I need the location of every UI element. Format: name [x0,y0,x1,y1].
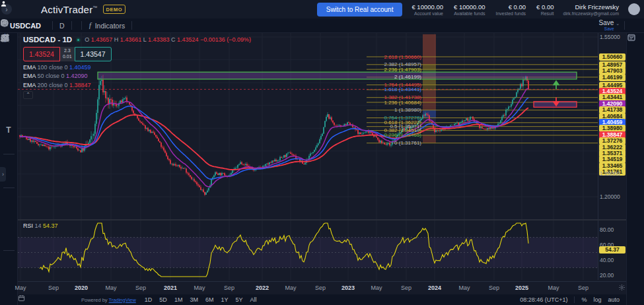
watchlist-expand-handle[interactable]: › [0,167,6,182]
chart-legend: USDCAD - 1D O 1.43657 H 1.43661 L 1.4338… [23,36,251,99]
price-axis[interactable]: 1.550001.506601.489571.479031.461991.444… [598,33,626,219]
person-icon [0,0,7,7]
indicators-button[interactable]: ƒ Indicators [87,19,127,32]
range-button-5d[interactable]: 5D [159,296,167,303]
time-axis-tick: 2024 [423,285,446,291]
time-axis-tick: Sep [218,285,240,291]
remove-drawings-icon[interactable] [1,253,16,267]
toolbar-separator [131,21,132,30]
time-axis-tick: Sep [572,285,594,291]
trend-line-icon[interactable] [1,50,16,65]
bottom-toolbar: Powered by TradingView 1D5D1M3M6M1Y5YAll… [18,294,626,305]
time-axis-tick: Sep [129,285,152,291]
switch-to-real-account-button[interactable]: Switch to Real account [317,3,403,17]
rsi-axis[interactable]: 80.0060.0040.0020.0054.37 [598,220,626,280]
fib-level-label: 1.618 (1.43441) [342,86,421,92]
range-button-5y[interactable]: 5Y [235,296,242,303]
legend-title: USDCAD - 1D [23,36,72,44]
user-info: Dirk Friczewsky dirk.friczewsky@gmail.co… [563,3,619,16]
rsi-axis-tick: 80.00 [600,226,625,233]
rsi-legend[interactable]: RSI 14 54.37 [23,222,58,229]
ema-indicator-row[interactable]: EMA 200 close 0 1.38847 [23,82,251,88]
legend-collapse-button[interactable]: ⌃ [23,91,33,99]
ema-indicator-row[interactable]: EMA 100 close 0 1.40459 [23,64,251,71]
xabcd-pattern-icon[interactable] [1,79,16,94]
range-button-3m[interactable]: 3M [190,296,198,303]
sell-button[interactable]: 1.43524 [23,47,60,61]
time-axis-tick: May [365,285,388,291]
avatar[interactable] [628,3,640,15]
indicator-rows: EMA 100 close 0 1.40459EMA 50 close 0 1.… [23,64,251,88]
user-email: dirk.friczewsky@gmail.com [563,11,619,16]
toolbar-divider [3,154,15,154]
price-level-label: 1.46199 [599,74,626,81]
price-level-label: 1.50660 [599,53,626,61]
ohlc-values: O 1.43657 H 1.43661 L 1.43383 C 1.43524 … [85,36,251,43]
forecast-icon[interactable] [1,94,16,108]
powered-by: Powered by TradingView [81,297,136,303]
rsi-axis-tick: 40.00 [600,257,625,263]
range-button-1y[interactable]: 1Y [221,296,228,303]
spread-box: 2.3 0.01 [60,47,75,61]
fib-level-label: 1.236 (1.40684) [342,100,421,106]
buy-button[interactable]: 1.43547 [75,47,112,61]
fib-level-label: 0 (1.31761) [342,140,421,146]
range-button-1m[interactable]: 1M [174,296,183,303]
stat-label: Invested funds [496,11,526,16]
time-axis-tick: 2020 [70,285,92,291]
range-button-all[interactable]: All [250,296,256,303]
save-button[interactable]: Save ⌄ Save [599,20,620,32]
account-stat: € 10000.00Available funds [454,3,485,16]
stat-label: Account value [411,11,443,16]
percent-scale-button[interactable]: % [581,296,587,303]
text-icon[interactable]: T [1,123,16,137]
range-button-6m[interactable]: 6M [205,296,214,303]
toolbar-divider [3,187,15,188]
range-buttons: 1D5D1M3M6M1Y5YAll [145,296,257,303]
quote-buttons: 1.43524 2.3 0.01 1.43547 [23,47,251,61]
auto-scale-button[interactable]: auto [608,296,620,303]
workspace: › T 2.618 (1.50660)2.382 (1.48957)2.236 … [0,33,644,305]
fib-retracement-icon[interactable] [1,65,16,79]
log-scale-button[interactable]: log [593,296,601,303]
clock[interactable]: 08:28:46 (UTC+1) [520,296,567,303]
function-icon: ƒ [89,20,92,30]
lock-icon[interactable] [1,219,16,234]
time-axis-tick: 2025 [511,285,533,291]
market-status-dot[interactable] [76,38,81,42]
fib-level-label: 1 (1.38980) [342,107,421,113]
price-pane[interactable]: 2.618 (1.50660)2.382 (1.48957)2.236 (1.4… [18,33,626,219]
shapes-icon[interactable] [1,108,16,123]
time-axis-tick: 2021 [159,285,182,291]
user-name: Dirk Friczewsky [563,3,619,11]
toolbar-separator [81,21,82,30]
range-button-1d[interactable]: 1D [145,296,153,303]
rsi-canvas[interactable] [18,220,598,280]
separator [574,296,575,303]
rsi-value-label: 54.37 [599,246,626,254]
symbol-search-button[interactable]: USDCAD [5,20,43,31]
stat-label: Result [536,11,554,16]
ema-indicator-row[interactable]: EMA 50 close 0 1.42090 [23,73,251,79]
time-axis-tick: May [188,285,211,291]
save-label: Save [599,19,614,26]
time-axis-tick: May [542,285,565,291]
drawing-mode-icon[interactable] [1,205,16,219]
save-sub-label: Save [604,27,614,32]
rsi-value: 54.37 [43,222,58,229]
time-axis-tick: Sep [309,285,332,291]
emoji-icon[interactable] [1,137,16,152]
time-axis[interactable]: MaySep2020MaySep2021MaySep2022MaySep2023… [18,281,626,294]
price-axis-tick: 1.25000 [600,170,625,177]
fib-level-label: 2.618 (1.50660) [342,54,421,60]
toolbar-separator [52,21,53,30]
stat-value: € 0.00 [536,3,554,11]
rsi-pane[interactable]: RSI 14 54.37 80.0060.0040.0020.0054.37 [18,220,626,280]
tradingview-link[interactable]: TradingView [109,297,136,303]
hide-drawings-icon[interactable] [1,234,16,248]
interval-button[interactable]: D [57,20,67,31]
rsi-param: 14 [35,222,42,229]
toolbar-separator [624,21,625,30]
chart-area: 2.618 (1.50660)2.382 (1.48957)2.236 (1.4… [18,33,626,305]
magnet-icon[interactable] [1,190,16,205]
